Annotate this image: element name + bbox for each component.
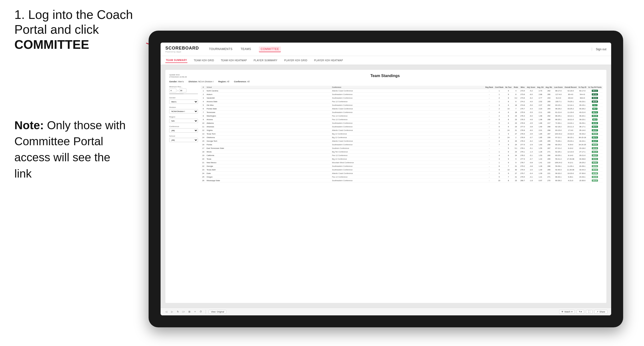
min-rounds-max-input[interactable] bbox=[179, 89, 186, 92]
nav-committee[interactable]: COMMITTEE bbox=[259, 46, 281, 52]
cell-wins: 274.8 bbox=[519, 103, 526, 107]
school-select-group: School (All) bbox=[169, 135, 198, 142]
cell-wins: 274.2 bbox=[519, 100, 526, 103]
cell-low-score: 59-39-1 bbox=[553, 164, 564, 168]
sub-nav-player-h2h-heatmap[interactable]: PLAYER H2H HEATMAP bbox=[314, 58, 344, 63]
table-row: 4 Arizona State Pac-12 Conference - 1 8 … bbox=[201, 100, 602, 103]
cell-points: 60.71 bbox=[587, 136, 602, 139]
sub-nav-team-h2h-grid[interactable]: TEAM H2H GRID bbox=[193, 58, 214, 63]
cell-low-score: 97-21-1 bbox=[553, 136, 564, 139]
cell-points: 45.02 bbox=[587, 143, 602, 147]
cell-overall: 11-19-0 bbox=[564, 111, 578, 114]
cell-no-tour: 6 bbox=[504, 121, 512, 125]
gender-select[interactable]: Men's bbox=[169, 100, 198, 104]
cell-points: 65.49 bbox=[587, 114, 602, 118]
conference-select[interactable]: (All) bbox=[169, 128, 198, 133]
cell-school: Arkansas bbox=[206, 125, 331, 129]
cell-wins: 275.7 bbox=[519, 107, 526, 111]
toolbar-plus-icon[interactable]: + bbox=[193, 310, 197, 314]
cell-wins: 279.1 bbox=[519, 150, 526, 154]
cell-conf-rank: 5 bbox=[494, 121, 504, 125]
points-badge: 46.16 bbox=[592, 147, 598, 149]
min-rounds-min-input[interactable] bbox=[169, 89, 176, 92]
cell-conf-rank: 4 bbox=[494, 154, 504, 157]
table-row: 3 Vanderbilt Southeastern Conference - 2… bbox=[201, 96, 602, 100]
points-badge: 38.13 bbox=[592, 179, 598, 182]
cell-adj-score: -6.2 bbox=[526, 139, 536, 143]
cell-rnds: 6.2 bbox=[513, 96, 519, 100]
col-rank: # bbox=[201, 86, 206, 89]
cell-avg-rd: 267 bbox=[544, 132, 553, 136]
toolbar-refresh-icon[interactable]: ↻ bbox=[176, 310, 180, 314]
view-original-label: View: Original bbox=[211, 311, 224, 313]
toolbar-bookmark-icon[interactable]: ⊞ bbox=[188, 310, 191, 314]
sub-nav: TEAM SUMMARY TEAM H2H GRID TEAM H2H HEAT… bbox=[160, 56, 611, 65]
cell-avg-sg: 2.37 bbox=[536, 103, 544, 107]
points-badge: 48.14 bbox=[592, 151, 598, 153]
cell-rank: 24 bbox=[201, 172, 206, 175]
col-conf-rank: Conf Rank bbox=[494, 86, 504, 89]
cell-low-score: 117-4-0 bbox=[553, 93, 564, 96]
cell-conference: Southeastern Conference bbox=[331, 143, 484, 147]
standings-table: # School Conference Reg Rank Conf Rank N… bbox=[201, 86, 602, 182]
expand-btn[interactable]: ⛶ bbox=[586, 310, 592, 314]
cell-school: Auburn bbox=[206, 93, 331, 96]
cell-conf-rank: 2 bbox=[494, 114, 504, 118]
nav-tournaments[interactable]: TOURNAMENTS bbox=[208, 46, 233, 52]
sub-nav-player-h2h-grid[interactable]: PLAYER H2H GRID bbox=[284, 58, 308, 63]
cell-avg-rd: 271 bbox=[544, 150, 553, 154]
share-btn[interactable]: ↗ Share bbox=[594, 310, 607, 314]
sub-nav-player-summary[interactable]: PLAYER SUMMARY bbox=[253, 58, 278, 63]
table-row: 26 Mississippi State Southeastern Confer… bbox=[201, 179, 602, 182]
conference-filter: Conference: All bbox=[234, 80, 250, 83]
region-select[interactable]: N/A bbox=[169, 119, 198, 123]
points-badge: 46.91 bbox=[592, 158, 598, 160]
toolbar-share-icon[interactable]: □↑ bbox=[182, 310, 186, 314]
division-select[interactable]: NCAA Division I bbox=[169, 109, 198, 113]
cell-rnds: 23 bbox=[513, 118, 519, 121]
nav-teams[interactable]: TEAMS bbox=[240, 46, 252, 52]
school-select[interactable]: (All) bbox=[169, 138, 198, 142]
cell-rank: 19 bbox=[201, 154, 206, 157]
cell-no-tour: 9 bbox=[504, 143, 512, 147]
sign-out[interactable]: Sign out bbox=[592, 48, 606, 51]
min-rounds-slider[interactable] bbox=[169, 93, 198, 94]
division-value: NCAA Division I bbox=[198, 80, 214, 83]
cell-no-tour: 8 bbox=[504, 154, 512, 157]
cell-avg-sg: 1.39 bbox=[536, 172, 544, 175]
bottom-toolbar: ◁ ▷ ↻ □↑ ⊞ + ⏱ View: Original 👁 Watch ▾ … bbox=[160, 308, 611, 315]
cell-conference: Southeastern Conference bbox=[331, 179, 484, 182]
cell-overall: 28-8-0 bbox=[564, 96, 578, 100]
cell-points: 38.38 bbox=[587, 175, 602, 179]
tablet-screen: SCOREBOARD Powered by clippd TOURNAMENTS… bbox=[160, 43, 611, 315]
cell-rnds: 21 bbox=[513, 129, 519, 132]
watch-btn[interactable]: 👁 Watch ▾ bbox=[559, 310, 575, 314]
gender-select-label: Gender bbox=[169, 97, 198, 99]
share-icon: ↗ bbox=[596, 311, 598, 313]
sub-nav-team-h2h-heatmap[interactable]: TEAM H2H HEATMAP bbox=[220, 58, 247, 63]
view-original-btn[interactable]: View: Original bbox=[209, 310, 226, 314]
annotation-btn[interactable]: ✎▾ bbox=[577, 310, 584, 314]
cell-avg-sg: 1.53 bbox=[536, 154, 544, 157]
cell-school: Texas bbox=[206, 157, 331, 161]
cell-overall: 29-23-1 bbox=[564, 139, 578, 143]
cell-reg-rank: - bbox=[484, 179, 494, 182]
cell-conf-rank: 5 bbox=[494, 172, 504, 175]
cell-low-score: 91-6-0 bbox=[553, 96, 564, 100]
cell-avg-sg: 1.98 bbox=[536, 114, 544, 118]
toolbar-forward-icon[interactable]: ▷ bbox=[170, 310, 174, 314]
table-row: 16 Florida Southeastern Conference - 7 9… bbox=[201, 143, 602, 147]
cell-rnds: 21 bbox=[513, 175, 519, 179]
cell-vs-top25: 38-8-0 bbox=[578, 96, 588, 100]
sub-nav-team-summary[interactable]: TEAM SUMMARY bbox=[165, 58, 188, 63]
cell-no-tour: 9 bbox=[504, 161, 512, 164]
cell-school: Georgia bbox=[206, 164, 331, 168]
toolbar-back-icon[interactable]: ◁ bbox=[164, 310, 168, 314]
toolbar-clock-icon[interactable]: ⏱ bbox=[199, 310, 203, 314]
logo-scoreboard: SCOREBOARD bbox=[165, 46, 199, 51]
col-avg-sg: Avg. SG bbox=[536, 86, 544, 89]
cell-low-score: 109-24-2 bbox=[553, 161, 564, 164]
col-overall: Overall Record bbox=[564, 86, 578, 89]
cell-wins: 276.9 bbox=[519, 132, 526, 136]
cell-overall: 42-16-0 bbox=[564, 89, 578, 93]
